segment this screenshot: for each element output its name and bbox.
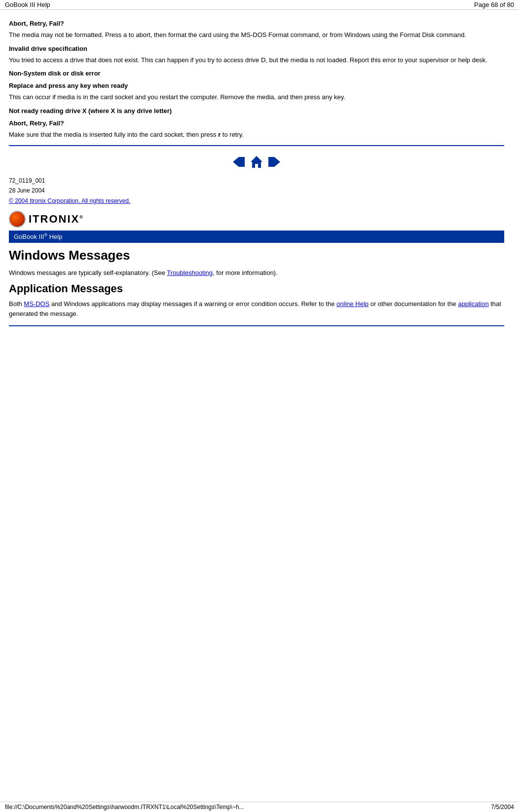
svg-rect-1 bbox=[239, 157, 245, 167]
msdos-link[interactable]: MS-DOS bbox=[24, 300, 49, 308]
svg-rect-3 bbox=[268, 157, 274, 167]
gobook-header-bar: GoBook III® Help bbox=[9, 231, 504, 242]
section-non-system-disk: Non-System disk or disk error bbox=[9, 70, 504, 77]
section-title-abort2: Abort, Retry, Fail? bbox=[9, 119, 504, 127]
status-date: 7/5/2004 bbox=[491, 804, 514, 811]
logo-registered: ® bbox=[79, 215, 84, 220]
gobook-header-label: GoBook III® Help bbox=[14, 232, 62, 240]
application-messages-body: Both MS-DOS and Windows applications may… bbox=[9, 299, 504, 318]
section-title-abort1: Abort, Retry, Fail? bbox=[9, 20, 504, 27]
windows-messages-body: Windows messages are typically self-expl… bbox=[9, 268, 504, 278]
bottom-divider bbox=[9, 325, 504, 326]
copyright-link[interactable]: © 2004 Itronix Corporation. All rights r… bbox=[9, 197, 130, 204]
section-title-replace: Replace and press any key when ready bbox=[9, 82, 504, 89]
section-replace-press: Replace and press any key when ready Thi… bbox=[9, 82, 504, 102]
section-title-non-system: Non-System disk or disk error bbox=[9, 70, 504, 77]
footer-doc-id: 72_0119_001 bbox=[9, 176, 504, 186]
section-abort-retry-fail-1: Abort, Retry, Fail? The media may not be… bbox=[9, 20, 504, 40]
section-abort-retry-fail-2: Abort, Retry, Fail? Make sure that the m… bbox=[9, 119, 504, 140]
svg-marker-4 bbox=[274, 157, 280, 167]
bold-r: r bbox=[218, 131, 221, 138]
section-body-replace: This can occur if media is in the card s… bbox=[9, 92, 504, 102]
svg-marker-2 bbox=[251, 156, 262, 168]
section-not-ready: Not ready reading drive X (where X is an… bbox=[9, 107, 504, 115]
main-content: Abort, Retry, Fail? The media may not be… bbox=[0, 10, 513, 335]
troubleshooting-link[interactable]: Troubleshooting bbox=[167, 269, 213, 276]
section-body-invalid-drive: You tried to access a drive that does no… bbox=[9, 55, 504, 65]
section-title-invalid-drive: Invalid drive specification bbox=[9, 45, 504, 52]
application-messages-title: Application Messages bbox=[9, 282, 504, 295]
app-title: GoBook III Help bbox=[5, 1, 50, 8]
section-body-abort2: Make sure that the media is inserted ful… bbox=[9, 130, 504, 140]
application-messages-section: Application Messages Both MS-DOS and Win… bbox=[9, 282, 504, 318]
section-divider-top bbox=[9, 145, 504, 146]
section-body-abort1: The media may not be formatted. Press a … bbox=[9, 30, 504, 40]
application-link[interactable]: application bbox=[458, 300, 488, 308]
footer-copyright[interactable]: © 2004 Itronix Corporation. All rights r… bbox=[9, 196, 504, 206]
logo-circle-icon bbox=[9, 211, 26, 228]
windows-messages-section: Windows Messages Windows messages are ty… bbox=[9, 248, 504, 278]
status-bar: file://C:\Documents%20and%20Settings\har… bbox=[0, 802, 519, 812]
svg-marker-0 bbox=[233, 157, 239, 167]
windows-messages-title: Windows Messages bbox=[9, 248, 504, 263]
header-bar: GoBook III Help Page 68 of 80 bbox=[0, 0, 519, 10]
section-title-not-ready: Not ready reading drive X (where X is an… bbox=[9, 107, 504, 115]
file-path: file://C:\Documents%20and%20Settings\har… bbox=[5, 804, 244, 811]
online-help-link[interactable]: online Help bbox=[336, 300, 369, 308]
page-info: Page 68 of 80 bbox=[474, 1, 514, 8]
itronix-logo: ITRONIX® bbox=[9, 211, 84, 228]
footer-date: 28 June 2004 bbox=[9, 186, 504, 195]
footer-info: 72_0119_001 28 June 2004 © 2004 Itronix … bbox=[9, 176, 504, 206]
logo-area: ITRONIX® bbox=[9, 211, 504, 228]
home-nav-icon[interactable] bbox=[250, 155, 263, 169]
logo-text: ITRONIX® bbox=[29, 213, 84, 226]
forward-nav-icon[interactable] bbox=[267, 155, 281, 169]
section-invalid-drive: Invalid drive specification You tried to… bbox=[9, 45, 504, 65]
back-nav-icon[interactable] bbox=[232, 155, 246, 169]
nav-icons bbox=[9, 155, 504, 169]
